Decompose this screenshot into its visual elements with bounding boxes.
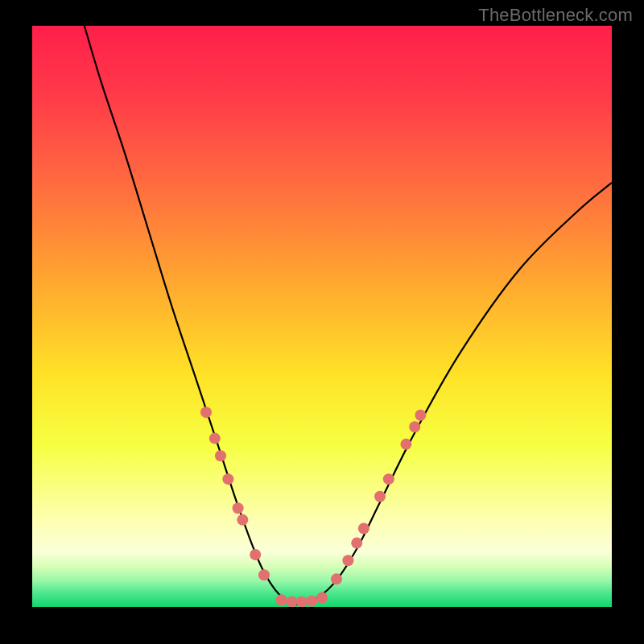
data-dot: [258, 569, 270, 580]
data-dot: [296, 597, 308, 607]
data-dot: [342, 555, 353, 566]
plot-svg: [32, 26, 612, 607]
gradient-rect: [32, 26, 612, 607]
data-dot: [331, 573, 342, 584]
data-dot: [209, 433, 221, 444]
data-dot: [415, 410, 426, 421]
data-dot: [383, 473, 394, 485]
data-dot: [316, 592, 328, 603]
data-dot: [215, 450, 226, 461]
data-dot: [233, 502, 244, 514]
data-dot: [351, 538, 362, 549]
data-dot: [250, 549, 261, 560]
data-dot: [222, 473, 233, 485]
data-dot: [306, 596, 317, 607]
chart-container: TheBottleneck.com: [0, 0, 644, 644]
data-dot: [276, 594, 287, 605]
watermark-text: TheBottleneck.com: [478, 5, 633, 26]
data-dot: [358, 523, 369, 535]
data-dot: [400, 439, 411, 450]
data-dot: [374, 491, 386, 502]
data-dot: [200, 407, 212, 418]
data-dot: [287, 597, 298, 607]
data-dot: [237, 514, 248, 526]
data-dot: [409, 421, 420, 432]
plot-area: [32, 26, 612, 607]
